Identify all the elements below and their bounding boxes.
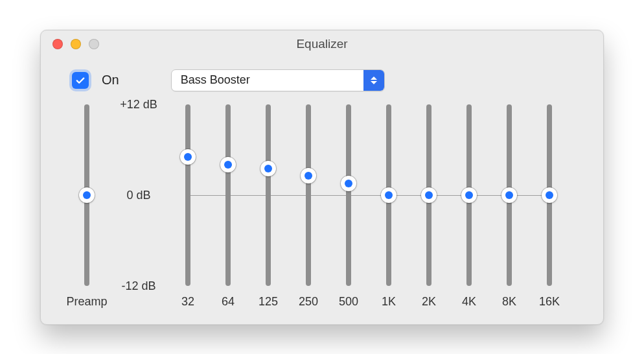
band-knob[interactable] — [341, 176, 356, 191]
band-slider[interactable] — [328, 104, 369, 286]
band-slider[interactable] — [489, 104, 529, 286]
band-label: 32 — [181, 295, 194, 309]
band-column: 32 — [168, 104, 208, 309]
preamp-knob[interactable] — [79, 187, 95, 203]
scale-column: +12 dB 0 dB -12 dB . — [109, 104, 168, 309]
equalizer-window: Equalizer On Bass Booster Preamp — [40, 30, 604, 325]
window-title: Equalizer — [41, 37, 603, 51]
band-knob[interactable] — [461, 187, 477, 203]
band-label: 2K — [422, 295, 436, 309]
preset-select[interactable]: Bass Booster — [171, 69, 385, 91]
slider-row: Preamp +12 dB 0 dB -12 dB . 326412525050… — [64, 104, 580, 309]
band-knob[interactable] — [542, 187, 557, 203]
preamp-column: Preamp — [64, 104, 109, 309]
scale-mid-label: 0 dB — [109, 188, 168, 202]
preamp-label: Preamp — [66, 295, 107, 309]
band-column: 250 — [288, 104, 328, 309]
minimize-icon[interactable] — [71, 39, 81, 49]
zoom-icon[interactable] — [89, 39, 99, 49]
band-column: 4K — [449, 104, 489, 309]
band-column: 64 — [208, 104, 248, 309]
titlebar: Equalizer — [41, 30, 603, 58]
band-label: 1K — [382, 295, 396, 309]
band-label: 16K — [539, 295, 560, 309]
close-icon[interactable] — [52, 39, 63, 49]
band-column: 16K — [529, 104, 569, 309]
band-label: 8K — [502, 295, 516, 309]
band-knob[interactable] — [180, 149, 196, 165]
scale-bottom-label: -12 dB — [109, 279, 168, 292]
band-slider[interactable] — [208, 104, 248, 286]
band-slider[interactable] — [409, 104, 449, 286]
traffic-lights — [41, 39, 99, 49]
checkmark-icon — [75, 75, 86, 86]
band-knob[interactable] — [220, 157, 236, 172]
band-slider[interactable] — [529, 104, 569, 286]
band-slider[interactable] — [248, 104, 288, 286]
on-label: On — [102, 73, 119, 88]
band-column: 2K — [409, 104, 449, 309]
band-knob[interactable] — [421, 187, 437, 203]
band-slider[interactable] — [168, 104, 208, 286]
band-label: 250 — [299, 295, 318, 309]
band-column: 8K — [489, 104, 529, 309]
band-label: 500 — [339, 295, 358, 309]
select-stepper-icon — [363, 70, 384, 91]
band-label: 4K — [462, 295, 476, 309]
band-slider[interactable] — [449, 104, 489, 286]
band-column: 1K — [369, 104, 409, 309]
equalizer-area: Preamp +12 dB 0 dB -12 dB . 326412525050… — [41, 98, 603, 324]
band-knob[interactable] — [381, 187, 397, 203]
band-label: 125 — [259, 295, 278, 309]
band-knob[interactable] — [260, 161, 276, 176]
band-column: 500 — [328, 104, 369, 309]
controls-row: On Bass Booster — [41, 58, 603, 98]
preset-selected: Bass Booster — [172, 70, 363, 91]
band-knob[interactable] — [501, 187, 517, 203]
band-label: 64 — [222, 295, 235, 309]
preamp-slider[interactable] — [64, 104, 109, 286]
scale-top-label: +12 dB — [109, 97, 168, 111]
band-column: 125 — [248, 104, 288, 309]
on-checkbox[interactable] — [72, 72, 89, 89]
band-slider[interactable] — [369, 104, 409, 286]
band-slider[interactable] — [288, 104, 328, 286]
band-knob[interactable] — [301, 168, 316, 183]
